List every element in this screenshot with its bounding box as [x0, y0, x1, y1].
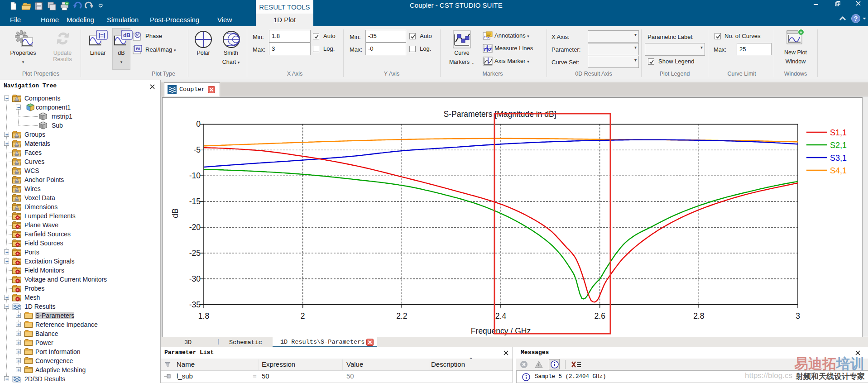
svg-text:-5: -5 [193, 145, 201, 154]
svg-text:|=|: |=| [99, 32, 106, 38]
svg-text:-30: -30 [189, 274, 201, 283]
svg-text:1.8: 1.8 [198, 311, 209, 321]
svg-text:S4,1: S4,1 [830, 166, 847, 175]
svg-text:S2,1: S2,1 [830, 141, 847, 150]
svg-text:-10: -10 [189, 171, 201, 180]
svg-text:dB: dB [171, 208, 180, 218]
svg-text:0: 0 [196, 120, 201, 129]
svg-text:2.2: 2.2 [396, 311, 407, 321]
svg-text:S1,1: S1,1 [830, 128, 847, 137]
svg-text:-20: -20 [189, 223, 201, 232]
svg-text:-25: -25 [189, 249, 201, 258]
svg-text:?: ? [854, 15, 858, 22]
svg-text:2.8: 2.8 [693, 311, 704, 321]
svg-text:-35: -35 [189, 300, 201, 309]
svg-text:RI: RI [136, 46, 140, 51]
svg-text:2: 2 [301, 311, 305, 321]
svg-text:2.6: 2.6 [595, 311, 605, 321]
svg-text:3: 3 [796, 311, 800, 321]
svg-text:2.4: 2.4 [495, 311, 507, 321]
svg-text:S3,1: S3,1 [830, 153, 847, 163]
svg-text:dB: dB [123, 32, 130, 38]
svg-text:-15: -15 [189, 197, 201, 206]
